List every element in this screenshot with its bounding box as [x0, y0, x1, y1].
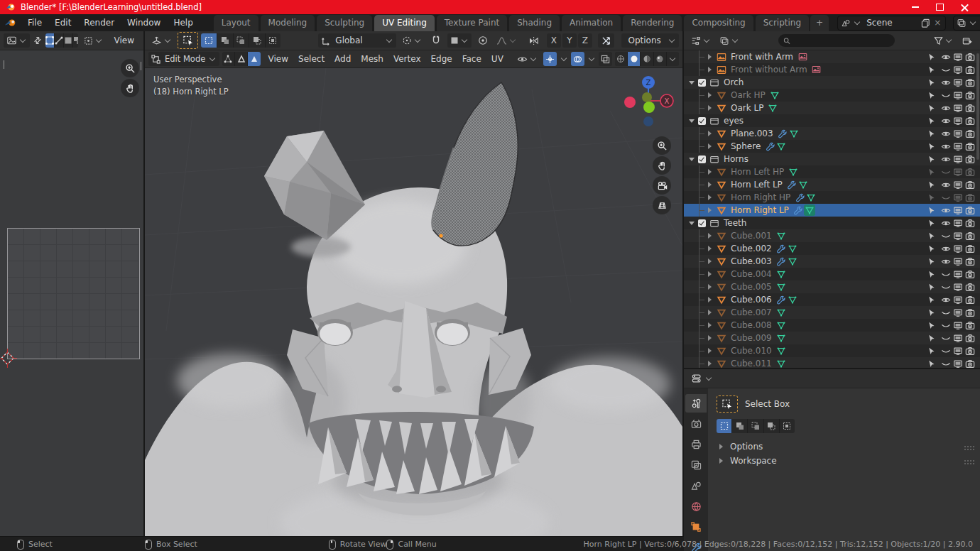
outliner-item-label[interactable]: Sphere	[731, 141, 761, 151]
selectable-cursor-icon[interactable]	[925, 268, 937, 280]
maximize-button[interactable]	[936, 4, 944, 11]
selectable-cursor-icon[interactable]	[925, 230, 937, 241]
outliner-row[interactable]: Horn Right LP	[684, 204, 980, 217]
row-restriction-toggles[interactable]	[925, 128, 976, 139]
outliner-item-label[interactable]: Teeth	[724, 218, 746, 228]
viewport-disable-icon[interactable]	[952, 179, 964, 190]
render-disable-icon[interactable]	[964, 320, 976, 331]
render-disable-icon[interactable]	[964, 115, 976, 126]
eye-open-icon[interactable]	[940, 128, 952, 139]
outliner-item-label[interactable]: Oark LP	[731, 103, 763, 113]
viewport-menu-item[interactable]: Edge	[426, 52, 457, 66]
pan-hand-icon[interactable]	[121, 79, 139, 97]
selectable-cursor-icon[interactable]	[925, 294, 937, 305]
row-restriction-toggles[interactable]	[925, 64, 976, 75]
outliner-row[interactable]: Cube.010	[684, 344, 980, 357]
object-visibility-dropdown[interactable]	[514, 52, 540, 66]
eye-open-icon[interactable]	[940, 51, 952, 62]
snap-magnet-icon[interactable]	[428, 33, 445, 48]
render-disable-icon[interactable]	[964, 166, 976, 178]
selectable-cursor-icon[interactable]	[925, 192, 937, 203]
copy-icon[interactable]	[921, 18, 930, 28]
collection-checkbox[interactable]	[698, 79, 706, 87]
disclosure-triangle-icon[interactable]	[689, 222, 695, 228]
eye-closed-icon[interactable]	[940, 281, 952, 293]
outliner-item-label[interactable]: Cube.003	[731, 256, 772, 266]
eye-closed-icon[interactable]	[940, 320, 952, 331]
outliner-item-label[interactable]: Cube.009	[731, 333, 772, 343]
row-restriction-toggles[interactable]	[925, 358, 976, 368]
camera-view-icon[interactable]	[653, 176, 671, 195]
outliner-item-label[interactable]: Front without Arm	[731, 65, 807, 75]
viewport-menu-item[interactable]: Select	[293, 52, 330, 66]
viewport-disable-icon[interactable]	[952, 230, 964, 241]
view-layer-selector[interactable]: View Layer ×	[953, 16, 980, 31]
outliner-row[interactable]: Cube.002	[684, 242, 980, 255]
outliner-display-mode-dropdown[interactable]	[688, 33, 714, 48]
outliner-row[interactable]: Teeth	[684, 217, 980, 229]
selectable-cursor-icon[interactable]	[925, 332, 937, 344]
viewport-disable-icon[interactable]	[952, 345, 964, 356]
selectable-cursor-icon[interactable]	[925, 320, 937, 331]
xray-toggle[interactable]	[599, 52, 612, 66]
viewport-disable-icon[interactable]	[952, 307, 964, 318]
selectable-cursor-icon[interactable]	[925, 307, 937, 318]
editor-type-button[interactable]	[148, 33, 175, 48]
viewport-disable-icon[interactable]	[952, 153, 964, 165]
add-workspace-button[interactable]: +	[810, 15, 829, 31]
eye-open-icon[interactable]	[940, 256, 952, 267]
viewport-disable-icon[interactable]	[952, 217, 964, 229]
row-restriction-toggles[interactable]	[925, 141, 976, 152]
viewport-disable-icon[interactable]	[952, 128, 964, 139]
outliner-row[interactable]: Horn Left LP	[684, 178, 980, 191]
outliner-item-label[interactable]: Cube.004	[731, 269, 772, 279]
menu-item[interactable]: File	[21, 16, 48, 30]
eye-closed-icon[interactable]	[940, 307, 952, 318]
workspace-tab[interactable]: Texture Paint	[437, 15, 507, 31]
expand-arrow-icon[interactable]	[708, 258, 714, 264]
selectable-cursor-icon[interactable]	[925, 89, 937, 101]
overlays-toggle[interactable]	[571, 52, 584, 66]
render-disable-icon[interactable]	[964, 51, 976, 62]
scene-name[interactable]: Scene	[864, 18, 919, 28]
selectable-cursor-icon[interactable]	[925, 217, 937, 229]
row-restriction-toggles[interactable]	[925, 268, 976, 280]
uv-vertex-mode-button[interactable]	[45, 33, 55, 48]
render-disable-icon[interactable]	[964, 243, 976, 254]
expand-arrow-icon[interactable]	[708, 322, 714, 328]
workspace-tab[interactable]: Rendering	[623, 15, 682, 31]
outliner-row[interactable]: Sphere	[684, 140, 980, 153]
outliner-row[interactable]: Cube.003	[684, 255, 980, 268]
uv-editor-canvas[interactable]	[0, 50, 143, 536]
mode-new-button[interactable]	[717, 419, 732, 433]
selectable-cursor-icon[interactable]	[925, 102, 937, 114]
viewport-disable-icon[interactable]	[952, 166, 964, 178]
material-shading-button[interactable]	[641, 52, 653, 66]
render-disable-icon[interactable]	[964, 128, 976, 139]
uv-select-mode[interactable]	[45, 33, 78, 48]
render-disable-icon[interactable]	[964, 204, 976, 216]
toolbar-expand-icon[interactable]	[1, 60, 6, 68]
tool-op-modes[interactable]	[717, 419, 795, 433]
select-intersect-button[interactable]	[266, 33, 281, 48]
outliner-row[interactable]: Horn Left HP	[684, 165, 980, 178]
row-restriction-toggles[interactable]	[925, 192, 976, 203]
viewport-disable-icon[interactable]	[952, 358, 964, 368]
uv-menu-item[interactable]: View	[109, 33, 140, 48]
row-restriction-toggles[interactable]	[925, 345, 976, 356]
row-restriction-toggles[interactable]	[925, 115, 976, 126]
row-restriction-toggles[interactable]	[925, 332, 976, 344]
render-disable-icon[interactable]	[964, 230, 976, 241]
row-restriction-toggles[interactable]	[925, 294, 976, 305]
viewport-menu-item[interactable]: UV	[486, 52, 508, 66]
workspace-tab[interactable]: Shading	[509, 15, 560, 31]
pan-hand-icon[interactable]	[653, 156, 671, 175]
mode-dropdown[interactable]: Edit Mode	[148, 52, 219, 66]
viewport-menu-item[interactable]: Mesh	[356, 52, 388, 66]
expand-arrow-icon[interactable]	[708, 335, 714, 341]
ortho-grid-icon[interactable]	[653, 196, 671, 214]
outliner-search[interactable]	[778, 34, 895, 47]
mode-intersect-button[interactable]	[780, 419, 795, 433]
viewport-disable-icon[interactable]	[952, 320, 964, 331]
outliner-item-label[interactable]: Cube.006	[731, 295, 772, 305]
